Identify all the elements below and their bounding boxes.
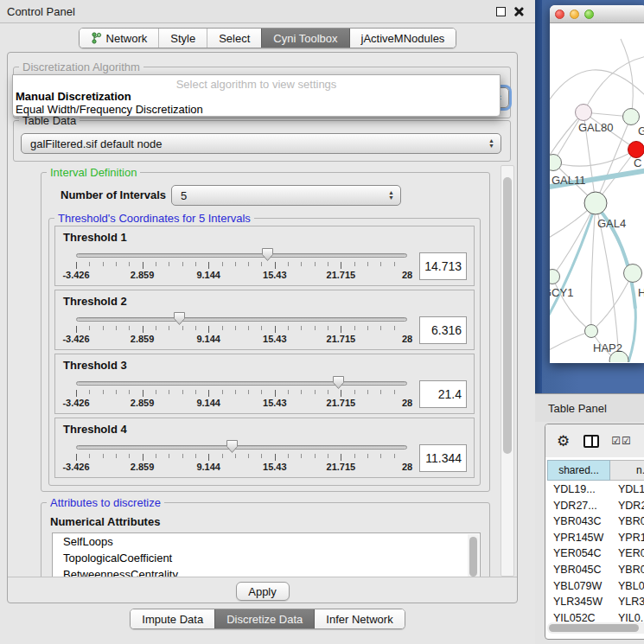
table-row[interactable]: YLR345WYLR3... xyxy=(547,594,644,610)
zoom-window-icon[interactable] xyxy=(584,10,594,19)
tab-infer-network[interactable]: Infer Network xyxy=(314,609,404,628)
close-window-icon[interactable] xyxy=(555,10,564,19)
cell[interactable]: YBL079W xyxy=(547,578,610,595)
node-label-hap2: HAP2 xyxy=(593,341,622,354)
slider-track[interactable] xyxy=(76,445,407,450)
column-header-name[interactable]: n... xyxy=(610,460,644,481)
attributes-list-scrollbar-thumb[interactable] xyxy=(469,537,477,577)
threshold-3-slider[interactable]: -3.426 2.859 9.144 15.43 21.715 28 xyxy=(76,375,407,413)
tick-label: 15.43 xyxy=(263,398,287,408)
threshold-1-slider[interactable]: -3.426 2.859 9.144 15.43 21.715 28 xyxy=(76,247,407,285)
tab-impute-data[interactable]: Impute Data xyxy=(131,609,214,628)
tab-discretize-data[interactable]: Discretize Data xyxy=(214,609,314,628)
threshold-4-value-field[interactable]: 11.344 xyxy=(419,444,467,472)
split-view-icon[interactable] xyxy=(583,435,599,448)
float-panel-icon[interactable] xyxy=(496,7,506,16)
tab-cyni-toolbox[interactable]: Cyni Toolbox xyxy=(261,29,348,48)
cell[interactable]: YBR0... xyxy=(610,562,644,578)
threshold-1-slider-thumb[interactable] xyxy=(261,247,274,262)
tab-network[interactable]: Network xyxy=(80,29,159,48)
close-panel-icon[interactable] xyxy=(513,6,524,17)
cell[interactable]: YBR043C xyxy=(547,513,610,530)
cell[interactable]: YLR3... xyxy=(610,594,644,610)
tick-label: 2.859 xyxy=(131,270,155,280)
threshold-2-slider-thumb[interactable] xyxy=(173,311,186,326)
algorithm-placeholder-option[interactable]: Select algorithm to view settings xyxy=(13,75,500,91)
node[interactable] xyxy=(624,265,642,283)
slider-track[interactable] xyxy=(76,317,407,322)
threshold-1-value-field[interactable]: 14.713 xyxy=(419,252,467,280)
network-icon xyxy=(91,32,102,44)
cell[interactable]: YBR045C xyxy=(547,562,610,578)
checkbox-icons[interactable]: ☑☑ xyxy=(611,435,632,447)
network-view-window[interactable]: GAL80 GA C GAL11 GAL4 GCY1 H HAP2 xyxy=(550,5,644,363)
node[interactable] xyxy=(623,109,640,125)
cell[interactable]: YBR0... xyxy=(610,513,644,530)
node-selected-red[interactable] xyxy=(628,142,644,158)
cell[interactable]: YLR345W xyxy=(547,594,610,610)
cell[interactable]: YDR27... xyxy=(547,498,610,514)
table-row[interactable]: YBL079WYBL0... xyxy=(547,578,644,595)
algorithm-option-equal-width[interactable]: Equal Width/Frequency Discretization xyxy=(13,104,500,117)
threshold-4-slider[interactable]: -3.426 2.859 9.144 15.43 21.715 28 xyxy=(76,439,407,477)
cell[interactable]: YER054C xyxy=(547,545,610,562)
table-horizontal-scrollbar[interactable] xyxy=(547,622,644,634)
threshold-4-label: Threshold 4 xyxy=(63,423,127,436)
node-gcy1[interactable] xyxy=(550,270,560,284)
cell[interactable]: YDL1... xyxy=(610,481,644,498)
network-canvas[interactable]: GAL80 GA C GAL11 GAL4 GCY1 H HAP2 xyxy=(550,23,644,362)
cell[interactable]: YIL0... xyxy=(610,610,644,622)
node-gal80[interactable] xyxy=(576,105,592,121)
table-horizontal-scrollbar-thumb[interactable] xyxy=(549,624,639,632)
cell[interactable]: YDL19... xyxy=(547,481,610,498)
table-row[interactable]: YER054CYER0... xyxy=(547,545,644,562)
number-of-intervals-combobox[interactable]: 5 ▲▼ xyxy=(171,185,401,206)
slider-track[interactable] xyxy=(76,381,407,386)
threshold-2-value-field[interactable]: 6.316 xyxy=(419,316,467,344)
table-data-combobox[interactable]: galFiltered.sif default node ▲▼ xyxy=(21,133,501,154)
slider-track[interactable] xyxy=(76,253,407,258)
list-item-betweennesscentrality[interactable]: BetweennessCentrality xyxy=(53,566,480,577)
screen: Control Panel Network Style xyxy=(0,0,644,644)
settings-vertical-scrollbar[interactable] xyxy=(501,165,514,577)
attributes-list-scrollbar[interactable] xyxy=(468,534,479,577)
apply-button[interactable]: Apply xyxy=(236,582,290,601)
threshold-4-slider-thumb[interactable] xyxy=(226,439,239,454)
table-row[interactable]: YBR043CYBR0... xyxy=(547,513,644,530)
network-graph[interactable]: GAL80 GA C GAL11 GAL4 GCY1 H HAP2 xyxy=(550,23,644,362)
table-row[interactable]: YIL052CYIL0... xyxy=(547,610,644,622)
threshold-2-slider[interactable]: -3.426 2.859 9.144 15.43 21.715 28 xyxy=(76,311,407,349)
cell[interactable]: YIL052C xyxy=(547,610,610,622)
gear-icon[interactable]: ⚙ xyxy=(557,432,570,450)
tick-label: -3.426 xyxy=(62,270,89,280)
node-hap2[interactable] xyxy=(585,325,598,338)
threshold-3-value-field[interactable]: 21.4 xyxy=(419,380,467,408)
cell[interactable]: YBL0... xyxy=(610,578,644,595)
table-row[interactable]: YDL19...YDL1... xyxy=(547,481,644,498)
list-item-selfloops[interactable]: SelfLoops xyxy=(53,533,480,550)
cell[interactable]: YER0... xyxy=(610,545,644,562)
cyni-toolbox-panel: Discretization Algorithm ▲▼ Select algor… xyxy=(7,52,518,603)
interval-definition-title: Interval Definition xyxy=(47,166,140,179)
node-gal4[interactable] xyxy=(584,192,607,214)
tab-select[interactable]: Select xyxy=(207,29,261,48)
tick-label: 15.43 xyxy=(263,334,287,344)
algorithm-option-manual[interactable]: Manual Discretization xyxy=(13,91,500,104)
tab-style[interactable]: Style xyxy=(158,29,207,48)
cell[interactable]: YDR2... xyxy=(610,498,644,514)
table-row[interactable]: YBR045CYBR0... xyxy=(547,562,644,578)
cell[interactable]: YPR145W xyxy=(547,530,610,546)
table-row[interactable]: YDR27...YDR2... xyxy=(547,498,644,514)
column-header-shared-name[interactable]: shared... xyxy=(547,460,610,481)
tick-label: -3.426 xyxy=(62,398,89,408)
list-item-topologicalcoefficient[interactable]: TopologicalCoefficient xyxy=(53,550,480,566)
settings-vertical-scrollbar-thumb[interactable] xyxy=(503,177,512,454)
threshold-3-slider-thumb[interactable] xyxy=(332,375,345,390)
table-panel-titlebar: Table Panel xyxy=(535,393,644,422)
settings-scroll-area: Interval Definition Number of Intervals … xyxy=(13,165,501,577)
tick-label: 9.144 xyxy=(196,334,220,344)
table-row[interactable]: YPR145WYPR1... xyxy=(547,530,644,546)
cell[interactable]: YPR1... xyxy=(610,530,644,546)
minimize-window-icon[interactable] xyxy=(570,10,579,19)
tab-jactivemnodules[interactable]: jActiveMNodules xyxy=(349,29,456,48)
